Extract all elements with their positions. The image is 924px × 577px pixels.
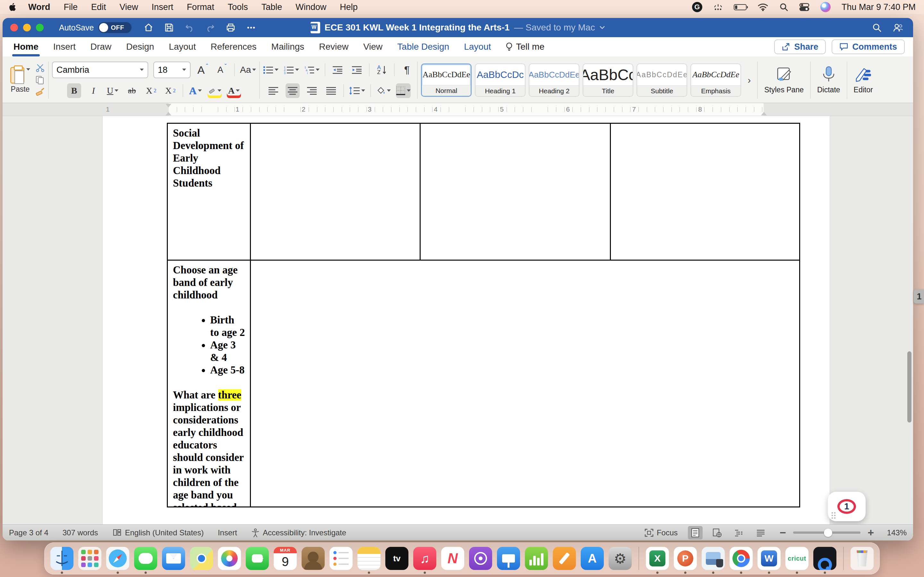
dock-word[interactable]: W <box>758 547 780 570</box>
font-color-button[interactable]: A <box>227 83 241 98</box>
zoom-window-button[interactable] <box>36 24 44 31</box>
menu-format[interactable]: Format <box>187 2 214 12</box>
menu-view[interactable]: View <box>120 2 138 12</box>
document-area[interactable]: Social Development of Early Childhood St… <box>3 116 913 524</box>
text-effects-button[interactable]: A <box>188 83 202 98</box>
subscript-button[interactable]: X2 <box>144 83 158 98</box>
dock-calendar[interactable]: MAR9 <box>274 547 297 570</box>
dock-launchpad[interactable] <box>78 547 102 570</box>
close-window-button[interactable] <box>10 24 18 31</box>
borders-button[interactable] <box>396 83 411 98</box>
dock-keynote[interactable] <box>497 547 520 570</box>
style-normal[interactable]: AaBbCcDdEeNormal <box>421 63 472 97</box>
underline-button[interactable]: U <box>105 83 120 98</box>
dock-pages[interactable] <box>553 547 576 570</box>
table-cell-prompt[interactable]: Choose an age band of early childhood Bi… <box>167 259 250 508</box>
styles-gallery-more-button[interactable]: › <box>744 63 754 97</box>
dock-quicktime[interactable] <box>813 547 837 570</box>
outline-view-button[interactable] <box>732 526 746 540</box>
tab-table-design[interactable]: Table Design <box>397 42 449 52</box>
table-cell-answer[interactable] <box>250 259 800 508</box>
document-page[interactable]: Social Development of Early Childhood St… <box>103 116 830 524</box>
document-table[interactable]: Social Development of Early Childhood St… <box>167 123 800 508</box>
dock-podcasts[interactable] <box>469 547 492 570</box>
table-cell-empty[interactable] <box>250 123 420 259</box>
align-right-button[interactable] <box>305 83 319 98</box>
battery-icon[interactable] <box>734 4 746 10</box>
tab-design[interactable]: Design <box>126 42 154 52</box>
spellcheck-status[interactable]: English (United States) <box>112 528 204 537</box>
dock-trash[interactable] <box>851 547 874 570</box>
bullets-button[interactable] <box>263 63 278 77</box>
menu-insert[interactable]: Insert <box>152 2 174 12</box>
dock-contacts[interactable] <box>302 547 325 570</box>
table-cell-header[interactable]: Social Development of Early Childhood St… <box>167 123 250 259</box>
style-heading1[interactable]: AaBbCcDcHeading 1 <box>475 63 525 97</box>
grammarly-widget[interactable]: 1 <box>828 492 866 521</box>
line-spacing-button[interactable] <box>349 83 365 98</box>
increase-indent-button[interactable] <box>350 63 364 77</box>
align-center-button[interactable] <box>286 83 300 98</box>
dock-excel[interactable]: X <box>646 547 669 570</box>
bold-button[interactable]: B <box>67 83 81 98</box>
comments-button[interactable]: Comments <box>832 39 905 54</box>
tab-references[interactable]: References <box>210 42 256 52</box>
tab-layout[interactable]: Layout <box>169 42 196 52</box>
apple-menu[interactable] <box>8 3 16 11</box>
zoom-out-button[interactable]: − <box>780 526 786 539</box>
justify-button[interactable] <box>324 83 338 98</box>
right-indent-marker[interactable] <box>761 109 767 115</box>
minimize-window-button[interactable] <box>23 24 31 31</box>
menu-tools[interactable]: Tools <box>228 2 248 12</box>
editor-button[interactable]: Editor <box>851 65 876 95</box>
strikethrough-button[interactable]: ab <box>125 83 139 98</box>
dock-maps[interactable] <box>190 547 213 570</box>
tab-view[interactable]: View <box>363 42 383 52</box>
table-cell-empty[interactable] <box>610 123 800 259</box>
numbering-button[interactable]: 123 <box>284 63 299 77</box>
tab-home[interactable]: Home <box>13 42 39 52</box>
tell-me-control[interactable]: Tell me <box>506 42 544 52</box>
print-button[interactable] <box>225 22 236 33</box>
hanging-indent-marker[interactable] <box>166 109 171 115</box>
dock-numbers[interactable] <box>525 547 548 570</box>
dictate-button[interactable]: Dictate <box>814 65 843 95</box>
dock-facetime[interactable] <box>246 547 269 570</box>
home-button[interactable] <box>143 22 154 33</box>
dock-system-settings[interactable]: ⚙ <box>609 547 632 570</box>
style-subtitle[interactable]: AaBbCcDdEeSubtitle <box>636 63 687 97</box>
control-center-icon[interactable] <box>799 3 809 11</box>
redo-button[interactable] <box>205 22 216 33</box>
dock-safari[interactable] <box>106 547 129 570</box>
sort-button[interactable]: AZ <box>375 63 389 77</box>
menu-window[interactable]: Window <box>296 2 326 12</box>
more-commands-button[interactable]: ••• <box>246 22 257 33</box>
keyboard-brightness-icon[interactable] <box>713 3 723 11</box>
word-count[interactable]: 307 words <box>63 528 98 537</box>
zoom-slider[interactable] <box>793 532 861 534</box>
insert-mode[interactable]: Insert <box>218 528 237 537</box>
cut-button[interactable] <box>35 64 45 72</box>
spotlight-icon[interactable] <box>779 3 788 11</box>
vertical-scrollbar[interactable] <box>907 351 911 422</box>
style-title[interactable]: AaBbCcTitle <box>583 63 633 97</box>
font-name-select[interactable]: Cambria <box>52 61 148 78</box>
account-icon[interactable] <box>893 23 903 32</box>
style-heading2[interactable]: AaBbCcDdEeHeading 2 <box>529 63 580 97</box>
dock-reminders[interactable] <box>330 547 352 570</box>
font-size-select[interactable]: 18 <box>153 61 191 78</box>
italic-button[interactable]: I <box>86 83 100 98</box>
dock-messages[interactable] <box>134 547 157 570</box>
zoom-percentage[interactable]: 143% <box>881 528 907 537</box>
style-emphasis[interactable]: AaBbCcDdEeEmphasis <box>690 63 741 97</box>
dock-photos[interactable] <box>218 547 241 570</box>
styles-pane-button[interactable]: Styles Pane <box>761 65 807 95</box>
tab-draw[interactable]: Draw <box>90 42 111 52</box>
wifi-icon[interactable] <box>758 3 768 11</box>
zoom-in-button[interactable]: + <box>867 526 874 539</box>
menubar-clock[interactable]: Thu Mar 9 7:40 PM <box>842 2 916 12</box>
dock-powerpoint[interactable]: P <box>674 547 697 570</box>
autosave-toggle[interactable]: OFF <box>98 22 132 33</box>
ruler[interactable]: 1 1 2 3 4 5 6 7 8 <box>3 103 913 116</box>
dock-preview[interactable] <box>702 547 725 570</box>
